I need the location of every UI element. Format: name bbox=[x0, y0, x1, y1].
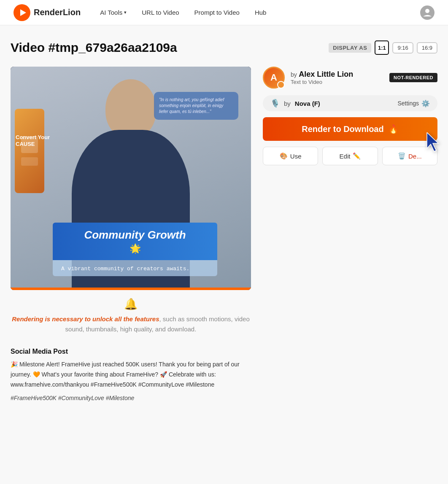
convert-line2: CAUSE bbox=[16, 141, 50, 148]
banner-title-box: Community Growth 🌟 bbox=[53, 223, 217, 260]
render-notice-bold: Rendering is necessary to unlock all the… bbox=[12, 315, 159, 323]
edit-button[interactable]: Edit ✏️ bbox=[322, 147, 378, 165]
video-side: Convert Your CAUSE "In is nothing art, y… bbox=[11, 67, 251, 401]
banner-emoji: 🌟 bbox=[61, 243, 209, 254]
video-thumbnail: Convert Your CAUSE "In is nothing art, y… bbox=[11, 67, 251, 290]
right-side: A by Alex Little Lion Text to Video NOT-… bbox=[263, 67, 437, 165]
social-label: Social Media Post bbox=[11, 348, 251, 355]
video-bg: Convert Your CAUSE "In is nothing art, y… bbox=[11, 67, 251, 290]
trash-icon: 🗑️ bbox=[398, 152, 406, 160]
ratio-btn-1-1[interactable]: 1:1 bbox=[375, 40, 389, 55]
display-as-row: DISPLAY AS 1:1 9:16 16:9 bbox=[329, 40, 437, 55]
speech-text: "In is nothing art, you geföngt adief so… bbox=[159, 97, 224, 114]
nav-item-ai-tools[interactable]: AI Tools bbox=[94, 5, 132, 19]
delete-button[interactable]: 🗑️ De... bbox=[382, 147, 437, 165]
use-btn-label: Use bbox=[290, 153, 302, 160]
edit-btn-label: Edit bbox=[340, 153, 351, 160]
video-info: 🔔 Rendering is necessary to unlock all t… bbox=[11, 298, 251, 334]
render-to-download-button[interactable]: Render to Download 🔥 bbox=[263, 117, 437, 141]
page-header: Video #tmp_679a26aa2109a DISPLAY AS 1:1 … bbox=[11, 40, 437, 55]
nav-item-url-to-video[interactable]: URL to Video bbox=[136, 5, 185, 19]
voice-name: Nova (F) bbox=[295, 100, 320, 107]
user-avatar-icon bbox=[420, 5, 435, 20]
render-btn-label: Render to Download bbox=[302, 124, 383, 134]
logo[interactable]: RenderLion bbox=[13, 4, 81, 21]
author-by-name: by Alex Little Lion bbox=[291, 70, 383, 79]
gear-icon: ⚙️ bbox=[421, 99, 430, 108]
voice-label: by bbox=[284, 100, 291, 107]
ratio-btn-9-16[interactable]: 9:16 bbox=[392, 42, 413, 54]
navbar-nav: AI Tools URL to Video Prompt to Video Hu… bbox=[94, 5, 407, 19]
orange-bar bbox=[11, 288, 251, 290]
action-row: 🎨 Use Edit ✏️ 🗑️ De... bbox=[263, 147, 437, 165]
convert-line1: Convert Your bbox=[16, 134, 50, 141]
palette-icon: 🎨 bbox=[280, 152, 288, 160]
social-tags: #FrameHive500K #CommunityLove #Milestone bbox=[11, 395, 251, 401]
author-avatar: A bbox=[263, 67, 285, 89]
delete-btn-label: De... bbox=[408, 153, 422, 160]
mic-icon: 🎙️ bbox=[270, 99, 280, 108]
person-head bbox=[105, 79, 156, 138]
page-content: Video #tmp_679a26aa2109a DISPLAY AS 1:1 … bbox=[0, 25, 448, 427]
speech-bubble: "In is nothing art, you geföngt adief so… bbox=[154, 92, 238, 120]
fire-icon: 🔥 bbox=[388, 124, 399, 134]
author-by: by bbox=[291, 71, 297, 78]
main-layout: Convert Your CAUSE "In is nothing art, y… bbox=[11, 67, 437, 401]
settings-button[interactable]: Settings ⚙️ bbox=[397, 99, 430, 108]
edit-icon: ✏️ bbox=[353, 152, 361, 160]
author-row: A by Alex Little Lion Text to Video NOT-… bbox=[263, 67, 437, 89]
banner-title-text: Community Growth bbox=[61, 229, 209, 242]
social-section: Social Media Post 🎉 Milestone Alert! Fra… bbox=[11, 348, 251, 401]
author-info: by Alex Little Lion Text to Video bbox=[291, 70, 383, 85]
bell-icon: 🔔 bbox=[11, 298, 251, 311]
navbar: RenderLion AI Tools URL to Video Prompt … bbox=[0, 0, 448, 25]
banner-subtitle-box: A vibrant community of creators awaits. bbox=[53, 260, 217, 276]
nav-item-hub[interactable]: Hub bbox=[249, 5, 273, 19]
voice-settings-row: 🎙️ by Nova (F) Settings ⚙️ bbox=[263, 95, 437, 111]
use-button[interactable]: 🎨 Use bbox=[263, 147, 318, 165]
logo-text: RenderLion bbox=[34, 8, 81, 17]
overlay-banner: Community Growth 🌟 A vibrant community o… bbox=[53, 223, 217, 276]
author-type: Text to Video bbox=[291, 79, 383, 85]
render-notice: Rendering is necessary to unlock all the… bbox=[11, 314, 251, 334]
banner-subtitle-text: A vibrant community of creators awaits. bbox=[61, 266, 189, 272]
author-initial: A bbox=[270, 72, 277, 83]
social-post-text: 🎉 Milestone Alert! FrameHive just reache… bbox=[11, 360, 251, 390]
nav-item-prompt-to-video[interactable]: Prompt to Video bbox=[189, 5, 246, 19]
settings-label: Settings bbox=[397, 100, 419, 107]
author-badge-dot bbox=[277, 81, 285, 89]
not-rendered-badge: NOT-RENDERED bbox=[389, 73, 437, 82]
svg-point-2 bbox=[425, 9, 429, 13]
user-menu[interactable] bbox=[420, 5, 435, 20]
author-name: Alex Little Lion bbox=[299, 70, 353, 78]
display-as-label: DISPLAY AS bbox=[329, 43, 371, 53]
left-panel bbox=[15, 109, 44, 193]
page-title: Video #tmp_679a26aa2109a bbox=[11, 40, 177, 55]
logo-icon bbox=[13, 4, 30, 21]
convert-text: Convert Your CAUSE bbox=[16, 134, 50, 147]
ratio-btn-16-9[interactable]: 16:9 bbox=[417, 42, 437, 54]
